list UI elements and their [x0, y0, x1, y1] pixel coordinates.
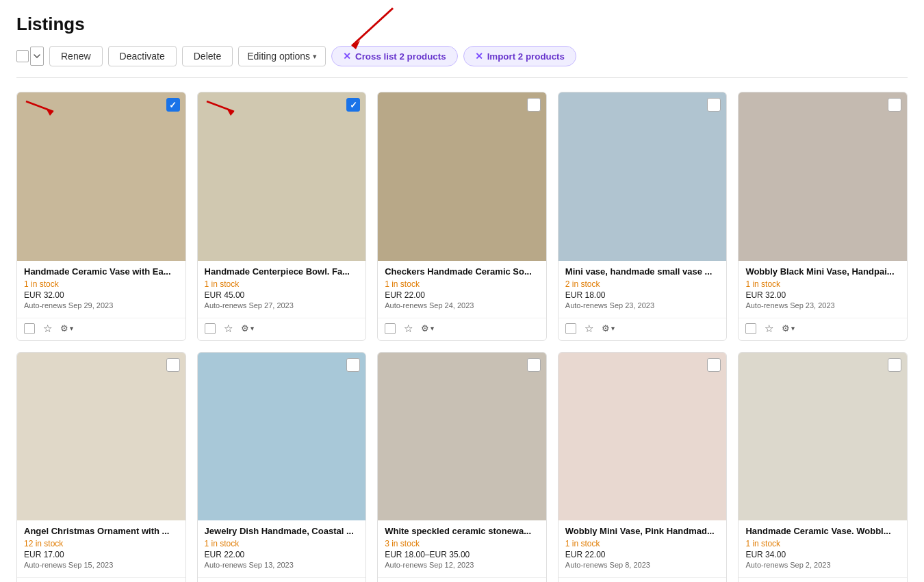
card-title: Handmade Ceramic Vase with Ea...	[24, 266, 179, 277]
card-action-checkbox[interactable]	[24, 323, 35, 334]
import-products-button[interactable]: ✕ Import 2 products	[463, 46, 576, 66]
card-action-checkbox[interactable]	[385, 323, 396, 334]
card-renew: Auto-renews Sep 2, 2023	[745, 561, 900, 569]
editing-dropdown-arrow: ▾	[313, 52, 317, 61]
delete-button[interactable]: Delete	[182, 46, 233, 66]
card-action-checkbox[interactable]	[565, 323, 576, 334]
card-price: EUR 34.00	[745, 550, 900, 559]
card-renew: Auto-renews Sep 24, 2023	[385, 301, 539, 309]
card-action-checkbox[interactable]	[205, 323, 216, 334]
card-image	[739, 353, 907, 521]
card-price: EUR 32.00	[745, 290, 900, 300]
card-title: Wobbly Black Mini Vase, Handpai...	[745, 266, 900, 277]
listing-card[interactable]: Wobbly Mini Vase, Pink Handmad... 1 in s…	[558, 352, 728, 582]
card-stock: 1 in stock	[745, 279, 900, 289]
listing-image	[739, 92, 907, 261]
card-renew: Auto-renews Sep 15, 2023	[24, 561, 179, 569]
card-body: Handmade Ceramic Vase with Ea... 1 in st…	[17, 261, 185, 318]
card-checkbox[interactable]	[346, 98, 360, 112]
favorite-icon[interactable]: ☆	[585, 322, 593, 335]
card-checkbox[interactable]	[166, 358, 180, 372]
card-actions: ☆ ⚙ ▾	[378, 577, 546, 582]
listing-card[interactable]: Checkers Handmade Ceramic So... 1 in sto…	[377, 92, 547, 341]
card-renew: Auto-renews Sep 23, 2023	[565, 301, 720, 309]
cross-list-button[interactable]: ✕ Cross list 2 products	[331, 46, 458, 66]
card-title: Jewelry Dish Handmade, Coastal ...	[205, 526, 359, 536]
listing-image	[559, 92, 727, 261]
gear-dropdown-button[interactable]: ⚙ ▾	[602, 323, 615, 333]
card-action-checkbox[interactable]	[745, 323, 756, 334]
card-stock: 1 in stock	[565, 539, 720, 548]
card-price: EUR 22.00	[205, 550, 359, 559]
card-body: Wobbly Mini Vase, Pink Handmad... 1 in s…	[559, 520, 727, 577]
card-checkbox[interactable]	[707, 98, 721, 112]
gear-dropdown-button[interactable]: ⚙ ▾	[60, 323, 73, 333]
card-actions: ☆ ⚙ ▾	[378, 318, 546, 340]
card-checkbox[interactable]	[527, 98, 541, 112]
card-image	[17, 353, 185, 521]
card-body: Jewelry Dish Handmade, Coastal ... 1 in …	[198, 520, 366, 577]
listing-card[interactable]: Mini vase, handmade small vase ... 2 in …	[558, 92, 728, 341]
card-image	[559, 92, 727, 261]
card-renew: Auto-renews Sep 13, 2023	[205, 561, 359, 569]
card-checkbox[interactable]	[346, 358, 360, 372]
editing-options-button[interactable]: Editing options ▾	[238, 46, 326, 66]
card-title: Handmade Centerpiece Bowl. Fa...	[205, 266, 359, 277]
card-actions: ☆ ⚙ ▾	[198, 577, 366, 582]
card-checkbox[interactable]	[888, 358, 901, 372]
select-dropdown[interactable]	[30, 47, 44, 66]
card-image	[198, 92, 366, 261]
card-title: Handmade Ceramic Vase. Wobbl...	[745, 526, 900, 536]
listing-image	[739, 353, 907, 521]
card-stock: 1 in stock	[24, 279, 179, 289]
card-title: Wobbly Mini Vase, Pink Handmad...	[565, 526, 720, 536]
card-stock: 12 in stock	[24, 539, 179, 548]
listing-card[interactable]: Handmade Centerpiece Bowl. Fa... 1 in st…	[197, 92, 367, 341]
page-title: Listings	[16, 14, 908, 35]
card-image	[378, 92, 546, 261]
favorite-icon[interactable]: ☆	[43, 322, 52, 335]
card-checkbox[interactable]	[707, 358, 721, 372]
card-title: Checkers Handmade Ceramic So...	[385, 266, 539, 277]
deactivate-button[interactable]: Deactivate	[108, 46, 177, 66]
card-stock: 1 in stock	[385, 279, 539, 289]
card-checkbox[interactable]	[166, 98, 180, 112]
card-actions: ☆ ⚙ ▾	[17, 577, 185, 582]
listing-image	[378, 92, 546, 261]
card-stock: 3 in stock	[385, 539, 539, 548]
listing-card[interactable]: White speckled ceramic stonewa... 3 in s…	[377, 352, 547, 582]
card-price: EUR 32.00	[24, 290, 179, 300]
listing-card[interactable]: Jewelry Dish Handmade, Coastal ... 1 in …	[197, 352, 367, 582]
gear-dropdown-button[interactable]: ⚙ ▾	[782, 323, 795, 333]
listing-card[interactable]: Wobbly Black Mini Vase, Handpai... 1 in …	[738, 92, 908, 341]
card-body: Angel Christmas Ornament with ... 12 in …	[17, 520, 185, 577]
card-body: Handmade Centerpiece Bowl. Fa... 1 in st…	[198, 261, 366, 318]
favorite-icon[interactable]: ☆	[404, 322, 413, 335]
listing-card[interactable]: Handmade Ceramic Vase with Ea... 1 in st…	[16, 92, 186, 341]
select-all-checkbox[interactable]	[16, 50, 29, 62]
renew-button[interactable]: Renew	[49, 46, 103, 66]
card-body: Wobbly Black Mini Vase, Handpai... 1 in …	[739, 261, 907, 318]
card-price: EUR 22.00	[565, 550, 720, 559]
listing-card[interactable]: Angel Christmas Ornament with ... 12 in …	[16, 352, 186, 582]
toolbar: Renew Deactivate Delete Editing options …	[16, 46, 908, 78]
favorite-icon[interactable]: ☆	[765, 322, 773, 335]
card-actions: ☆ ⚙ ▾	[739, 577, 907, 582]
favorite-icon[interactable]: ☆	[224, 322, 233, 335]
listing-image	[17, 353, 185, 521]
card-checkbox[interactable]	[527, 358, 541, 372]
card-price: EUR 18.00	[565, 290, 720, 300]
gear-dropdown-button[interactable]: ⚙ ▾	[421, 323, 434, 333]
listing-card[interactable]: Handmade Ceramic Vase. Wobbl... 1 in sto…	[738, 352, 908, 582]
card-title: Angel Christmas Ornament with ...	[24, 526, 179, 536]
card-price: EUR 17.00	[24, 550, 179, 559]
card-price: EUR 45.00	[205, 290, 359, 300]
card-actions: ☆ ⚙ ▾	[559, 318, 727, 340]
card-image	[378, 353, 546, 521]
card-actions: ☆ ⚙ ▾	[198, 318, 366, 340]
card-stock: 2 in stock	[565, 279, 720, 289]
card-body: Mini vase, handmade small vase ... 2 in …	[559, 261, 727, 318]
card-checkbox[interactable]	[888, 98, 901, 112]
card-actions: ☆ ⚙ ▾	[17, 318, 185, 340]
gear-dropdown-button[interactable]: ⚙ ▾	[241, 323, 254, 333]
